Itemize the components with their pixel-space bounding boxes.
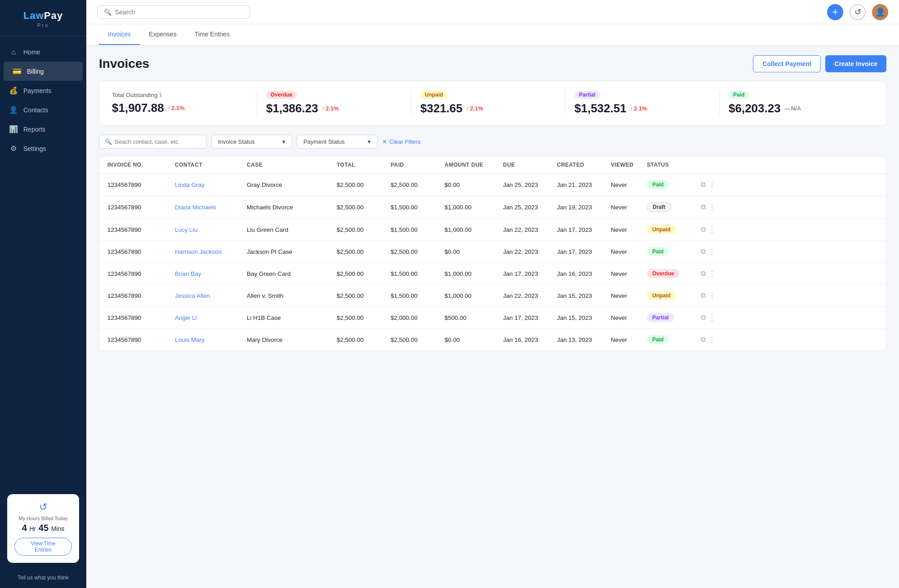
col-contact: Contact (175, 162, 247, 168)
payment-status-filter[interactable]: Payment Status ▾ (297, 135, 378, 149)
view-time-entries-button[interactable]: View Time Entries (14, 538, 72, 556)
payment-status-label: Payment Status (303, 138, 345, 145)
cell-paid: $1,500.00 (391, 292, 445, 299)
cell-invoice-no: 1234567890 (107, 270, 175, 277)
more-icon[interactable]: ⋮ (708, 181, 716, 189)
sidebar-item-settings[interactable]: ⚙ Settings (0, 139, 86, 158)
filter-search-icon: 🔍 (105, 138, 112, 145)
unpaid-value: $321.65 (420, 102, 463, 115)
cell-paid: $2,500.00 (391, 336, 445, 343)
filter-search-wrap[interactable]: 🔍 (99, 135, 207, 149)
tell-us-text: Tell us what you think (0, 570, 86, 588)
tab-expenses[interactable]: Expenses (140, 24, 185, 45)
sidebar-item-home[interactable]: ⌂ Home (0, 43, 86, 62)
cell-contact[interactable]: Lucy Liu (175, 226, 247, 233)
avatar[interactable]: 👤 (872, 4, 888, 20)
cell-paid: $2,000.00 (391, 314, 445, 321)
more-icon[interactable]: ⋮ (708, 292, 716, 300)
invoice-status-filter[interactable]: Invoice Status ▾ (211, 135, 292, 149)
create-invoice-button[interactable]: Create Invoice (825, 55, 886, 72)
stat-paid: Paid $6,203.23 — N/A (720, 91, 873, 115)
invoice-table: Invoice No. Contact Case Total Paid Amou… (99, 156, 886, 351)
cell-due: Jan 25, 2023 (503, 181, 557, 188)
sidebar-item-billing-label: Billing (27, 68, 44, 75)
cell-viewed: Never (611, 226, 647, 233)
sidebar-item-reports[interactable]: 📊 Reports (0, 119, 86, 139)
cell-invoice-no: 1234567890 (107, 336, 175, 343)
cell-case: Gray Divorce (247, 181, 337, 188)
col-total: Total (337, 162, 391, 168)
cell-contact[interactable]: Diana Michaels (175, 204, 247, 211)
cell-case: Mary Divorce (247, 336, 337, 343)
filter-search-input[interactable] (115, 138, 201, 145)
send-icon[interactable]: ⧉ (701, 314, 706, 322)
paid-value: $6,203.23 (729, 102, 781, 115)
hours-number: 4 (22, 523, 27, 533)
cell-contact[interactable]: Harrison Jackson (175, 248, 247, 255)
send-icon[interactable]: ⧉ (701, 292, 706, 300)
cell-contact[interactable]: Jessica Allen (175, 292, 247, 299)
search-wrap[interactable]: 🔍 (97, 5, 250, 19)
cell-created: Jan 15, 2023 (557, 314, 611, 321)
more-icon[interactable]: ⋮ (708, 314, 716, 322)
hours-value: 4 Hr 45 Mins (14, 523, 72, 533)
cell-created: Jan 21, 2023 (557, 181, 611, 188)
more-icon[interactable]: ⋮ (708, 270, 716, 278)
cell-invoice-no: 1234567890 (107, 204, 175, 211)
sidebar-item-contacts[interactable]: 👤 Contacts (0, 100, 86, 119)
tab-time-entries[interactable]: Time Entries (186, 24, 239, 45)
sidebar-item-payments[interactable]: 💰 Payments (0, 81, 86, 100)
more-icon[interactable]: ⋮ (708, 203, 716, 212)
cell-total: $2,500.00 (337, 336, 391, 343)
send-icon[interactable]: ⧉ (701, 203, 706, 211)
cell-amount-due: $0.00 (445, 181, 503, 188)
cell-due: Jan 17, 2023 (503, 314, 557, 321)
timer-icon: ↺ (14, 501, 72, 513)
info-icon[interactable]: ℹ (160, 92, 162, 98)
cell-due: Jan 16, 2023 (503, 336, 557, 343)
sidebar-item-payments-label: Payments (23, 87, 51, 94)
cell-paid: $2,500.00 (391, 248, 445, 255)
contacts-icon: 👤 (9, 106, 18, 114)
cell-status: Overdue (647, 269, 701, 278)
col-actions (701, 162, 723, 168)
settings-icon: ⚙ (9, 144, 18, 153)
row-actions: ⧉ ⋮ (701, 270, 723, 278)
cell-contact[interactable]: Linda Gray (175, 181, 247, 188)
row-actions: ⧉ ⋮ (701, 225, 723, 234)
stat-total-outstanding: Total Outstanding ℹ $1,907.88 ↑ 2.1% (112, 92, 257, 115)
table-row: 1234567890 Harrison Jackson Jackson PI C… (99, 241, 886, 263)
send-icon[interactable]: ⧉ (701, 248, 706, 256)
cell-contact[interactable]: Louis Mary (175, 336, 247, 343)
cell-invoice-no: 1234567890 (107, 292, 175, 299)
history-button[interactable]: ↺ (850, 4, 866, 20)
table-row: 1234567890 Jessica Allen Allen v. Smith … (99, 285, 886, 307)
cell-contact[interactable]: Angie Li (175, 314, 247, 321)
cell-total: $2,500.00 (337, 248, 391, 255)
sidebar-item-billing[interactable]: 💳 Billing (4, 62, 83, 81)
send-icon[interactable]: ⧉ (701, 181, 706, 189)
logo-pro: Pro (9, 22, 77, 28)
hours-widget: ↺ My Hours Billed Today 4 Hr 45 Mins Vie… (7, 494, 79, 563)
sidebar-item-contacts-label: Contacts (23, 106, 48, 114)
send-icon[interactable]: ⧉ (701, 270, 706, 278)
tab-invoices[interactable]: Invoices (99, 24, 140, 45)
more-icon[interactable]: ⋮ (708, 336, 716, 344)
send-icon[interactable]: ⧉ (701, 336, 706, 344)
send-icon[interactable]: ⧉ (701, 225, 706, 234)
collect-payment-button[interactable]: Collect Payment (753, 55, 821, 72)
clear-filters-label: Clear Filters (389, 138, 421, 145)
add-button[interactable]: + (827, 4, 843, 20)
more-icon[interactable]: ⋮ (708, 225, 716, 234)
search-icon: 🔍 (104, 9, 111, 16)
cell-created: Jan 17, 2023 (557, 248, 611, 255)
cell-created: Jan 13, 2023 (557, 336, 611, 343)
more-icon[interactable]: ⋮ (708, 248, 716, 256)
clear-filters-button[interactable]: ✕ Clear Filters (382, 138, 421, 145)
overdue-badge: Overdue (266, 91, 297, 99)
search-input[interactable] (115, 9, 243, 16)
table-header: Invoice No. Contact Case Total Paid Amou… (99, 156, 886, 174)
cell-total: $2,500.00 (337, 270, 391, 277)
home-icon: ⌂ (9, 48, 18, 56)
cell-contact[interactable]: Brian Bay (175, 270, 247, 277)
